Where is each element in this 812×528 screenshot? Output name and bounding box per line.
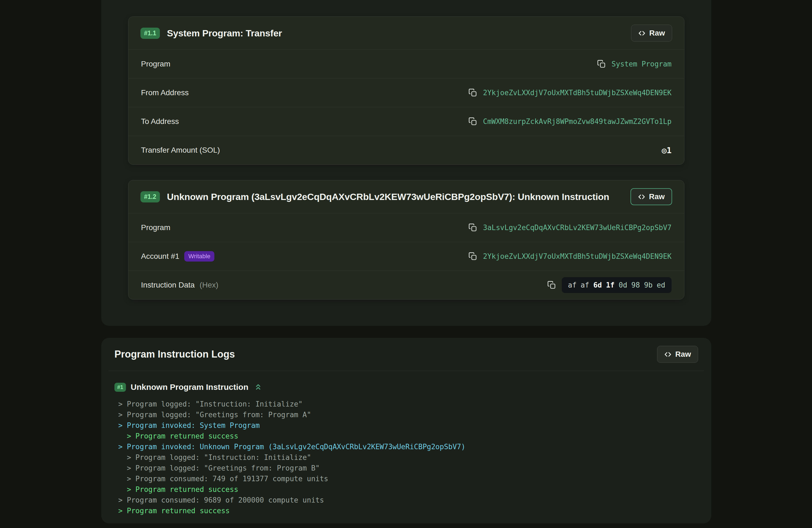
row-label: From Address	[141, 88, 189, 97]
raw-button-label: Raw	[649, 192, 665, 201]
hex-byte: af	[581, 281, 589, 289]
instruction-card-1: #1.1 System Program: Transfer Raw Progra…	[128, 16, 684, 165]
log-line: > Program logged: "Instruction: Initiali…	[118, 399, 698, 409]
raw-button-label: Raw	[675, 350, 691, 359]
row-transfer-amount: Transfer Amount (SOL) ◎1	[128, 136, 684, 164]
row-label: Account #1	[141, 252, 179, 261]
logs-title: Program Instruction Logs	[114, 349, 235, 360]
row-label: To Address	[141, 117, 179, 126]
log-line: > Program consumed: 9689 of 200000 compu…	[118, 495, 698, 506]
log-lines: > Program logged: "Instruction: Initiali…	[114, 399, 698, 516]
log-line: > Program returned success	[118, 506, 698, 516]
raw-button-label: Raw	[649, 29, 665, 37]
log-line: > Program logged: "Instruction: Initiali…	[118, 452, 698, 463]
copy-icon[interactable]	[468, 88, 477, 97]
program-link[interactable]: 3aLsvLgv2eCqDqAXvCRbLv2KEW73wUeRiCBPg2op…	[483, 224, 671, 232]
hex-byte: 98	[631, 281, 640, 289]
copy-icon[interactable]	[468, 252, 477, 261]
row-label: Instruction Data	[141, 281, 195, 289]
instruction-index-badge: #1.1	[141, 28, 160, 39]
code-icon	[638, 30, 646, 37]
hex-byte: 9b	[644, 281, 652, 289]
row-label: Program	[141, 60, 170, 69]
hex-data-box: afaf6d1f0d989bed	[562, 277, 672, 293]
code-icon	[664, 351, 671, 358]
row-from-address: From Address 2YkjoeZvLXXdjV7oUxMXTdBh5tu…	[128, 78, 684, 107]
instruction-index-badge: #1.2	[141, 191, 160, 202]
raw-button-active[interactable]: Raw	[630, 188, 672, 205]
row-to-address: To Address CmWXM8zurpZckAvRj8WPmoZvw849t…	[128, 107, 684, 136]
instruction-title: System Program: Transfer	[167, 28, 282, 39]
code-icon	[638, 193, 645, 200]
log-group-header: #1 Unknown Program Instruction	[114, 381, 698, 393]
copy-icon[interactable]	[597, 59, 606, 69]
collapse-chevron-icon[interactable]	[254, 383, 262, 391]
hex-byte: 1f	[606, 281, 614, 289]
log-line: > Program logged: "Greetings from: Progr…	[118, 409, 698, 420]
log-line: > Program logged: "Greetings from: Progr…	[118, 463, 698, 473]
hex-byte: ed	[657, 281, 665, 289]
row-instruction-data: Instruction Data (Hex) afaf6d1f0d989bed	[128, 271, 684, 299]
log-line: > Program returned success	[118, 431, 698, 441]
row-label: Program	[141, 223, 170, 232]
logs-panel: Program Instruction Logs Raw #1 Unknown …	[101, 338, 711, 523]
log-line: > Program consumed: 749 of 191377 comput…	[118, 473, 698, 484]
copy-icon[interactable]	[468, 117, 477, 126]
logs-raw-button[interactable]: Raw	[657, 346, 698, 363]
row-account-1: Account #1 Writable 2YkjoeZvLXXdjV7oUxMX…	[128, 242, 684, 271]
hex-bytes: afaf6d1f0d989bed	[568, 281, 666, 289]
instruction-title: Unknown Program (3aLsvLgv2eCqDqAXvCRbLv2…	[167, 192, 609, 202]
instruction-card-2-header: #1.2 Unknown Program (3aLsvLgv2eCqDqAXvC…	[128, 180, 684, 213]
log-group-title: Unknown Program Instruction	[131, 382, 248, 392]
log-line: > Program returned success	[118, 484, 698, 495]
row-label: Transfer Amount (SOL)	[141, 146, 220, 154]
hex-byte: 0d	[619, 281, 627, 289]
writable-badge: Writable	[184, 251, 214, 261]
instruction-card-2: #1.2 Unknown Program (3aLsvLgv2eCqDqAXvC…	[128, 180, 684, 300]
row-program: Program 3aLsvLgv2eCqDqAXvCRbLv2KEW73wUeR…	[128, 213, 684, 242]
hex-byte: af	[568, 281, 577, 289]
raw-button[interactable]: Raw	[631, 25, 672, 42]
logs-body: #1 Unknown Program Instruction > Program…	[101, 371, 711, 516]
address-link[interactable]: 2YkjoeZvLXXdjV7oUxMXTdBh5tuDWjbZSXeWq4DE…	[483, 252, 671, 260]
instructions-panel: #1.1 System Program: Transfer Raw Progra…	[101, 0, 711, 326]
log-line: > Program invoked: Unknown Program (3aLs…	[118, 441, 698, 452]
instruction-card-1-header: #1.1 System Program: Transfer Raw	[128, 17, 684, 49]
address-link[interactable]: 2YkjoeZvLXXdjV7oUxMXTdBh5tuDWjbZSXeWq4DE…	[483, 89, 671, 97]
transfer-amount-value: ◎1	[662, 146, 671, 155]
copy-icon[interactable]	[468, 223, 477, 232]
row-label-suffix: (Hex)	[200, 281, 218, 289]
hex-byte: 6d	[593, 281, 602, 289]
copy-icon[interactable]	[547, 281, 556, 290]
log-line: > Program invoked: System Program	[118, 420, 698, 431]
logs-header: Program Instruction Logs Raw	[101, 338, 711, 371]
log-index-badge: #1	[114, 383, 126, 392]
row-program: Program System Program	[128, 49, 684, 78]
program-link[interactable]: System Program	[612, 60, 671, 68]
address-link[interactable]: CmWXM8zurpZckAvRj8WPmoZvw849tawJZwmZ2GVT…	[483, 117, 671, 125]
